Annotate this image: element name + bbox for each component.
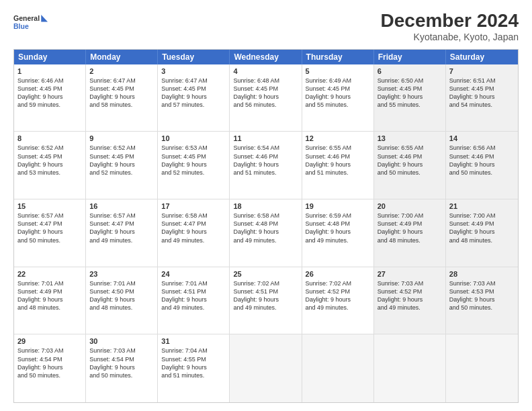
day-number: 17 xyxy=(161,202,226,210)
cell-w4-5: 27Sunrise: 7:03 AMSunset: 4:52 PMDayligh… xyxy=(374,267,446,334)
week-row-2: 8Sunrise: 6:52 AMSunset: 4:45 PMDaylight… xyxy=(14,132,518,199)
day-number: 6 xyxy=(378,67,442,75)
cell-w5-3 xyxy=(230,334,302,402)
cell-text: Sunrise: 7:02 AMSunset: 4:51 PMDaylight:… xyxy=(233,279,298,312)
day-number: 29 xyxy=(17,337,82,345)
header-thursday: Thursday xyxy=(302,50,374,64)
header-friday: Friday xyxy=(374,50,446,64)
cell-w3-3: 18Sunrise: 6:58 AMSunset: 4:48 PMDayligh… xyxy=(230,199,302,267)
logo-icon: GeneralBlue xyxy=(13,11,54,35)
cell-w3-6: 21Sunrise: 7:00 AMSunset: 4:49 PMDayligh… xyxy=(446,199,518,267)
cell-text: Sunrise: 7:02 AMSunset: 4:52 PMDaylight:… xyxy=(306,279,370,312)
cell-text: Sunrise: 6:50 AMSunset: 4:45 PMDaylight:… xyxy=(378,77,442,109)
cell-w5-1: 30Sunrise: 7:03 AMSunset: 4:54 PMDayligh… xyxy=(86,334,158,402)
cell-w4-4: 26Sunrise: 7:02 AMSunset: 4:52 PMDayligh… xyxy=(302,267,374,334)
day-number: 11 xyxy=(233,134,298,142)
cell-w2-6: 14Sunrise: 6:56 AMSunset: 4:46 PMDayligh… xyxy=(446,132,518,199)
day-number: 26 xyxy=(306,270,370,278)
cell-w1-0: 1Sunrise: 6:46 AMSunset: 4:45 PMDaylight… xyxy=(14,64,86,132)
cell-text: Sunrise: 7:01 AMSunset: 4:51 PMDaylight:… xyxy=(161,279,226,312)
day-number: 23 xyxy=(89,270,154,278)
cell-w3-2: 17Sunrise: 6:58 AMSunset: 4:47 PMDayligh… xyxy=(158,199,230,267)
cell-text: Sunrise: 7:01 AMSunset: 4:50 PMDaylight:… xyxy=(89,279,154,312)
cell-w5-2: 31Sunrise: 7:04 AMSunset: 4:55 PMDayligh… xyxy=(158,334,230,402)
header-tuesday: Tuesday xyxy=(158,50,230,64)
week-row-3: 15Sunrise: 6:57 AMSunset: 4:47 PMDayligh… xyxy=(14,199,518,267)
svg-text:Blue: Blue xyxy=(13,22,29,30)
cell-w1-4: 5Sunrise: 6:49 AMSunset: 4:45 PMDaylight… xyxy=(302,64,374,132)
calendar-header: Sunday Monday Tuesday Wednesday Thursday… xyxy=(14,50,518,64)
cell-text: Sunrise: 6:55 AMSunset: 4:46 PMDaylight:… xyxy=(306,144,370,177)
cell-w3-4: 19Sunrise: 6:59 AMSunset: 4:48 PMDayligh… xyxy=(302,199,374,267)
day-number: 13 xyxy=(378,134,442,142)
cell-text: Sunrise: 6:58 AMSunset: 4:47 PMDaylight:… xyxy=(161,212,226,244)
calendar: Sunday Monday Tuesday Wednesday Thursday… xyxy=(13,49,519,403)
cell-w1-3: 4Sunrise: 6:48 AMSunset: 4:45 PMDaylight… xyxy=(230,64,302,132)
svg-text:General: General xyxy=(13,14,40,22)
week-row-5: 29Sunrise: 7:03 AMSunset: 4:54 PMDayligh… xyxy=(14,334,518,402)
day-number: 16 xyxy=(89,202,154,210)
calendar-body: 1Sunrise: 6:46 AMSunset: 4:45 PMDaylight… xyxy=(14,64,518,402)
cell-text: Sunrise: 6:55 AMSunset: 4:46 PMDaylight:… xyxy=(378,144,442,177)
cell-w4-1: 23Sunrise: 7:01 AMSunset: 4:50 PMDayligh… xyxy=(86,267,158,334)
cell-w2-0: 8Sunrise: 6:52 AMSunset: 4:45 PMDaylight… xyxy=(14,132,86,199)
day-number: 19 xyxy=(306,202,370,210)
cell-w2-2: 10Sunrise: 6:53 AMSunset: 4:45 PMDayligh… xyxy=(158,132,230,199)
cell-w1-6: 7Sunrise: 6:51 AMSunset: 4:45 PMDaylight… xyxy=(446,64,518,132)
day-number: 1 xyxy=(17,67,82,75)
cell-text: Sunrise: 6:51 AMSunset: 4:45 PMDaylight:… xyxy=(449,77,515,109)
day-number: 5 xyxy=(306,67,370,75)
day-number: 24 xyxy=(161,270,226,278)
day-number: 8 xyxy=(17,134,82,142)
day-number: 20 xyxy=(378,202,442,210)
cell-text: Sunrise: 7:03 AMSunset: 4:53 PMDaylight:… xyxy=(449,279,515,312)
cell-text: Sunrise: 6:47 AMSunset: 4:45 PMDaylight:… xyxy=(89,77,154,109)
cell-text: Sunrise: 7:03 AMSunset: 4:54 PMDaylight:… xyxy=(89,347,154,379)
cell-w2-5: 13Sunrise: 6:55 AMSunset: 4:46 PMDayligh… xyxy=(374,132,446,199)
week-row-1: 1Sunrise: 6:46 AMSunset: 4:45 PMDaylight… xyxy=(14,64,518,132)
cell-text: Sunrise: 6:53 AMSunset: 4:45 PMDaylight:… xyxy=(161,144,226,177)
cell-text: Sunrise: 6:52 AMSunset: 4:45 PMDaylight:… xyxy=(17,144,82,177)
day-number: 9 xyxy=(89,134,154,142)
day-number: 10 xyxy=(161,134,226,142)
cell-w2-3: 11Sunrise: 6:54 AMSunset: 4:46 PMDayligh… xyxy=(230,132,302,199)
day-number: 25 xyxy=(233,270,298,278)
header-sunday: Sunday xyxy=(14,50,86,64)
header-saturday: Saturday xyxy=(446,50,518,64)
cell-text: Sunrise: 6:54 AMSunset: 4:46 PMDaylight:… xyxy=(233,144,298,177)
day-number: 21 xyxy=(449,202,515,210)
cell-w1-1: 2Sunrise: 6:47 AMSunset: 4:45 PMDaylight… xyxy=(86,64,158,132)
cell-w2-4: 12Sunrise: 6:55 AMSunset: 4:46 PMDayligh… xyxy=(302,132,374,199)
cell-text: Sunrise: 6:52 AMSunset: 4:45 PMDaylight:… xyxy=(89,144,154,177)
day-number: 4 xyxy=(233,67,298,75)
cell-text: Sunrise: 7:00 AMSunset: 4:49 PMDaylight:… xyxy=(449,212,515,244)
cell-w1-2: 3Sunrise: 6:47 AMSunset: 4:45 PMDaylight… xyxy=(158,64,230,132)
cell-text: Sunrise: 7:03 AMSunset: 4:52 PMDaylight:… xyxy=(378,279,442,312)
day-number: 15 xyxy=(17,202,82,210)
day-number: 22 xyxy=(17,270,82,278)
header-monday: Monday xyxy=(86,50,158,64)
day-number: 12 xyxy=(306,134,370,142)
cell-w4-0: 22Sunrise: 7:01 AMSunset: 4:49 PMDayligh… xyxy=(14,267,86,334)
cell-text: Sunrise: 6:46 AMSunset: 4:45 PMDaylight:… xyxy=(17,77,82,109)
cell-w1-5: 6Sunrise: 6:50 AMSunset: 4:45 PMDaylight… xyxy=(374,64,446,132)
week-row-4: 22Sunrise: 7:01 AMSunset: 4:49 PMDayligh… xyxy=(14,267,518,335)
cell-text: Sunrise: 6:57 AMSunset: 4:47 PMDaylight:… xyxy=(89,212,154,244)
cell-text: Sunrise: 6:56 AMSunset: 4:46 PMDaylight:… xyxy=(449,144,515,177)
logo: GeneralBlue xyxy=(13,11,54,35)
cell-text: Sunrise: 7:00 AMSunset: 4:49 PMDaylight:… xyxy=(378,212,442,244)
cell-text: Sunrise: 6:59 AMSunset: 4:48 PMDaylight:… xyxy=(306,212,370,244)
cell-w5-6 xyxy=(446,334,518,402)
day-number: 18 xyxy=(233,202,298,210)
cell-w4-3: 25Sunrise: 7:02 AMSunset: 4:51 PMDayligh… xyxy=(230,267,302,334)
cell-w5-5 xyxy=(374,334,446,402)
main-title: December 2024 xyxy=(381,11,519,32)
cell-w2-1: 9Sunrise: 6:52 AMSunset: 4:45 PMDaylight… xyxy=(86,132,158,199)
cell-text: Sunrise: 6:49 AMSunset: 4:45 PMDaylight:… xyxy=(306,77,370,109)
cell-text: Sunrise: 6:48 AMSunset: 4:45 PMDaylight:… xyxy=(233,77,298,109)
cell-text: Sunrise: 6:58 AMSunset: 4:48 PMDaylight:… xyxy=(233,212,298,244)
day-number: 14 xyxy=(449,134,515,142)
cell-w4-2: 24Sunrise: 7:01 AMSunset: 4:51 PMDayligh… xyxy=(158,267,230,334)
day-number: 28 xyxy=(449,270,515,278)
day-number: 31 xyxy=(161,337,226,345)
